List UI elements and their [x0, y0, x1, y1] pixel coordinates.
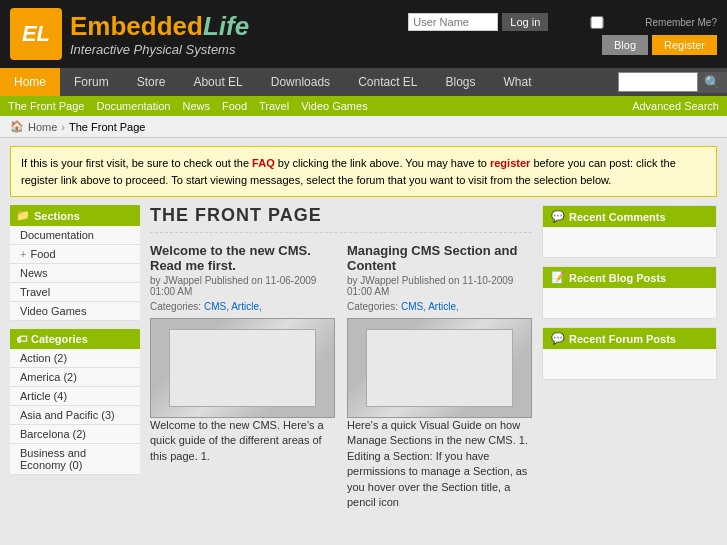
sub-nav-right: Advanced Search — [632, 99, 719, 113]
register-button[interactable]: Register — [652, 35, 717, 55]
cat-america[interactable]: America (2) — [10, 368, 140, 387]
content-wrapper: 📁 Sections Documentation +Food News Trav… — [10, 205, 717, 510]
brand-name: EmbeddedLife — [70, 11, 249, 42]
nav-contact[interactable]: Contact EL — [344, 68, 431, 96]
sidebar: 📁 Sections Documentation +Food News Trav… — [10, 205, 140, 510]
recent-forum-posts-title: 💬 Recent Forum Posts — [543, 328, 716, 349]
search-box: 🔍 — [618, 72, 727, 93]
post-excerpt: Welcome to the new CMS. Here's a quick g… — [150, 418, 335, 464]
remember-me-checkbox[interactable] — [552, 16, 642, 29]
post-meta: by JWappel Published on 11-06-2009 01:00… — [150, 275, 335, 297]
sections-title: 📁 Sections — [10, 205, 140, 226]
cat-link-cms[interactable]: CMS — [204, 301, 226, 312]
logo-text: EL — [22, 21, 50, 47]
recent-comments-widget: 💬 Recent Comments — [542, 205, 717, 258]
sub-nav-news[interactable]: News — [182, 100, 210, 112]
nav-downloads[interactable]: Downloads — [257, 68, 344, 96]
advanced-search-link[interactable]: Advanced Search — [632, 100, 719, 112]
sub-nav-left: The Front Page Documentation News Food T… — [8, 100, 368, 112]
post-meta: by JWappel Published on 11-10-2009 01:00… — [347, 275, 532, 297]
site-header: EL EmbeddedLife Interactive Physical Sys… — [0, 0, 727, 68]
site-name: EmbeddedLife Interactive Physical System… — [70, 11, 249, 57]
main-nav: Home Forum Store About EL Downloads Cont… — [0, 68, 727, 96]
breadcrumb: 🏠 Home › The Front Page — [0, 116, 727, 138]
post-thumbnail — [347, 318, 532, 418]
login-area: Log in Remember Me? — [408, 13, 717, 31]
cat-link-article2[interactable]: Article — [428, 301, 456, 312]
sub-nav-travel[interactable]: Travel — [259, 100, 289, 112]
sub-nav-food[interactable]: Food — [222, 100, 247, 112]
cat-business-economy[interactable]: Business and Economy (0) — [10, 444, 140, 475]
post-title: Welcome to the new CMS. Read me first. — [150, 243, 335, 273]
sub-nav-documentation[interactable]: Documentation — [96, 100, 170, 112]
categories-items: Action (2) America (2) Article (4) Asia … — [10, 349, 140, 475]
search-button[interactable]: 🔍 — [698, 72, 727, 93]
sidebar-item-videogames[interactable]: Video Games — [10, 302, 140, 321]
brand-script: Life — [203, 11, 249, 41]
nav-forum[interactable]: Forum — [60, 68, 123, 96]
forum-icon: 💬 — [551, 332, 565, 345]
remember-me-label[interactable]: Remember Me? — [552, 16, 717, 29]
sub-nav: The Front Page Documentation News Food T… — [0, 96, 727, 116]
cat-article[interactable]: Article (4) — [10, 387, 140, 406]
home-icon: 🏠 — [10, 120, 24, 133]
nav-blogs[interactable]: Blogs — [432, 68, 490, 96]
recent-forum-posts-content — [543, 349, 716, 379]
sub-nav-frontpage[interactable]: The Front Page — [8, 100, 84, 112]
notice-text-before-faq: If this is your first visit, be sure to … — [21, 157, 252, 169]
categories-section: 🏷 Categories Action (2) America (2) Arti… — [10, 329, 140, 475]
folder-icon: 📁 — [16, 209, 30, 222]
sidebar-item-documentation[interactable]: Documentation — [10, 226, 140, 245]
nav-store[interactable]: Store — [123, 68, 180, 96]
username-input[interactable] — [408, 13, 498, 31]
cat-link-article[interactable]: Article — [231, 301, 259, 312]
comment-icon: 💬 — [551, 210, 565, 223]
notice-banner: If this is your first visit, be sure to … — [10, 146, 717, 197]
main-content: THE FRONT PAGE Welcome to the new CMS. R… — [140, 205, 542, 510]
categories-icon: 🏷 — [16, 333, 27, 345]
cat-asia-pacific[interactable]: Asia and Pacific (3) — [10, 406, 140, 425]
sections-items: Documentation +Food News Travel Video Ga… — [10, 226, 140, 321]
faq-link[interactable]: FAQ — [252, 157, 275, 169]
breadcrumb-current: The Front Page — [69, 121, 145, 133]
page-title: THE FRONT PAGE — [150, 205, 532, 233]
notice-text-after-faq: by clicking the link above. You may have… — [275, 157, 490, 169]
logo-box: EL — [10, 8, 62, 60]
cat-action[interactable]: Action (2) — [10, 349, 140, 368]
blog-button[interactable]: Blog — [602, 35, 648, 55]
sidebar-item-news[interactable]: News — [10, 264, 140, 283]
post-categories: Categories: CMS, Article, — [347, 301, 532, 312]
nav-home[interactable]: Home — [0, 68, 60, 96]
recent-blog-posts-widget: 📝 Recent Blog Posts — [542, 266, 717, 319]
sub-nav-videogames[interactable]: Video Games — [301, 100, 367, 112]
recent-blog-posts-content — [543, 288, 716, 318]
sidebar-item-food[interactable]: +Food — [10, 245, 140, 264]
search-input[interactable] — [618, 72, 698, 92]
post-excerpt: Here's a quick Visual Guide on how Manag… — [347, 418, 532, 510]
post-item: Managing CMS Section and Content by JWap… — [347, 243, 532, 510]
recent-blog-posts-title: 📝 Recent Blog Posts — [543, 267, 716, 288]
blog-icon: 📝 — [551, 271, 565, 284]
post-title: Managing CMS Section and Content — [347, 243, 532, 273]
cat-link-cms2[interactable]: CMS — [401, 301, 423, 312]
recent-forum-posts-widget: 💬 Recent Forum Posts — [542, 327, 717, 380]
header-buttons: Blog Register — [602, 35, 717, 55]
post-thumbnail — [150, 318, 335, 418]
login-button[interactable]: Log in — [502, 13, 548, 31]
post-item: Welcome to the new CMS. Read me first. b… — [150, 243, 335, 510]
right-sidebar: 💬 Recent Comments 📝 Recent Blog Posts 💬 … — [542, 205, 717, 510]
breadcrumb-sep: › — [61, 121, 65, 133]
header-right: Log in Remember Me? Blog Register — [408, 13, 717, 55]
categories-title: 🏷 Categories — [10, 329, 140, 349]
posts-grid: Welcome to the new CMS. Read me first. b… — [150, 243, 532, 510]
nav-what[interactable]: What — [490, 68, 546, 96]
nav-about[interactable]: About EL — [179, 68, 256, 96]
logo-area: EL EmbeddedLife Interactive Physical Sys… — [10, 8, 249, 60]
cat-barcelona[interactable]: Barcelona (2) — [10, 425, 140, 444]
recent-comments-title: 💬 Recent Comments — [543, 206, 716, 227]
register-link[interactable]: register — [490, 157, 530, 169]
breadcrumb-home[interactable]: Home — [28, 121, 57, 133]
recent-comments-content — [543, 227, 716, 257]
sections-section: 📁 Sections Documentation +Food News Trav… — [10, 205, 140, 321]
sidebar-item-travel[interactable]: Travel — [10, 283, 140, 302]
